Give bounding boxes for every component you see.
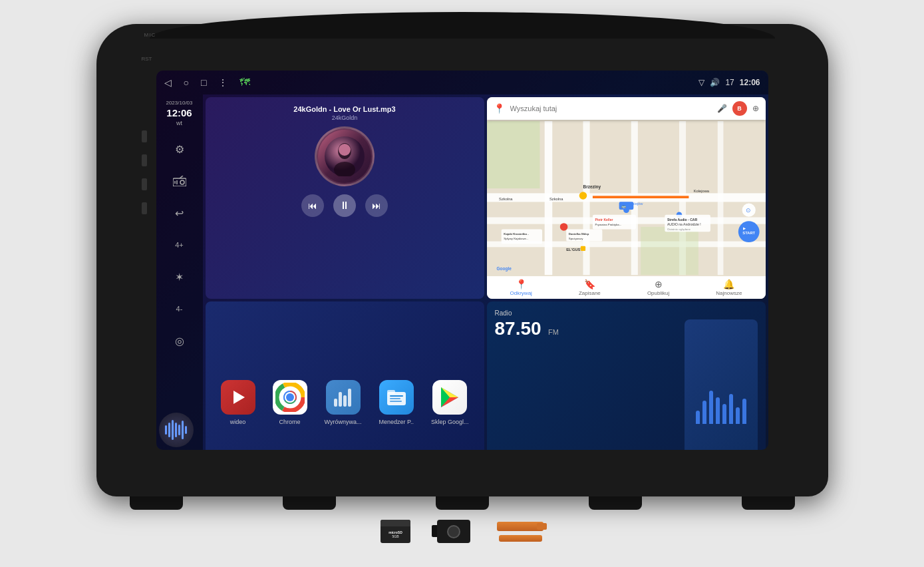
mic-label: MIC	[144, 32, 156, 38]
app-item-chrome[interactable]: Chrome	[273, 380, 307, 425]
svg-point-26	[559, 223, 567, 231]
map-search-bar: 📍 🎤 B ⊕	[487, 97, 766, 120]
svg-text:START: START	[742, 232, 755, 236]
map-nav-contribute[interactable]: ⊕ Opublikuj	[647, 279, 669, 296]
svg-rect-61	[339, 392, 342, 407]
map-mic-icon[interactable]: 🎤	[717, 104, 727, 113]
sdcard: microSD 5GB	[381, 520, 410, 543]
car-unit: ◁ ○ □ ⋮ 🗺 ▽ 🔊 17 12:06	[96, 24, 828, 543]
playstore-app-icon	[432, 380, 467, 415]
accessories: microSD 5GB	[381, 520, 543, 543]
more-button[interactable]: ⋮	[218, 77, 228, 88]
radio-info: 87.50 FM ⏪ ⏩	[495, 319, 678, 450]
camera-accessory	[437, 520, 470, 543]
volume-down-icon[interactable]: 4-	[168, 297, 192, 321]
svg-point-8	[339, 144, 351, 156]
map-nav-saved[interactable]: 🔖 Zapisane	[579, 279, 601, 296]
discover-icon: 📍	[516, 279, 527, 289]
nav-buttons: ◁ ○ □ ⋮ 🗺	[164, 77, 251, 89]
radio-panel: Radio 87.50 FM ⏪ ⏩	[487, 301, 766, 450]
status-bar: ◁ ○ □ ⋮ 🗺 ▽ 🔊 17 12:06	[156, 71, 768, 94]
svg-rect-39	[501, 230, 541, 244]
physical-buttons-left	[142, 130, 147, 214]
back-button[interactable]: ◁	[164, 77, 172, 88]
radio-icon[interactable]	[168, 169, 192, 193]
app-item-equalizer[interactable]: Wyrównywa...	[325, 380, 362, 425]
viz-bar-5	[722, 404, 726, 424]
sidebar-time: 12:06	[166, 107, 192, 118]
playstore-app-label: Sklep Googl...	[431, 419, 469, 425]
radio-band: FM	[548, 328, 559, 336]
album-art-inner	[318, 130, 371, 183]
sidebar: 2023/10/03 12:06 wt ⚙	[156, 94, 203, 450]
physical-button-4[interactable]	[142, 202, 147, 214]
saved-label: Zapisane	[579, 290, 601, 296]
svg-rect-62	[343, 395, 347, 407]
svg-rect-36	[592, 215, 635, 230]
prev-button[interactable]: ⏮	[301, 194, 324, 217]
map-user-avatar[interactable]: B	[732, 101, 747, 116]
app-item-playstore[interactable]: Sklep Googl...	[431, 380, 469, 425]
map-content[interactable]: Szkolna Szkolna Kolejowa Brzeziny Krasie…	[487, 120, 766, 276]
recents-button[interactable]: □	[201, 77, 206, 88]
sidebar-day: wt	[176, 120, 182, 126]
status-right: ▽ 🔊 17 12:06	[698, 78, 760, 87]
video-app-icon	[221, 380, 255, 415]
viz-bar-4	[716, 397, 720, 424]
map-nav-discover[interactable]: 📍 Odkrywaj	[510, 279, 532, 296]
viz-bar-2	[702, 401, 706, 424]
sidebar-date: 2023/10/03	[166, 100, 192, 106]
audio-widget[interactable]	[159, 413, 194, 447]
play-pause-button[interactable]: ⏸	[333, 194, 356, 217]
svg-rect-46	[580, 246, 585, 251]
back-arrow-icon[interactable]: ↩	[168, 201, 192, 225]
app-item-filemanager[interactable]: Menedzer P..	[379, 380, 414, 425]
viz-bar-3	[709, 391, 713, 424]
svg-rect-66	[390, 395, 403, 397]
viz-bar-1	[696, 411, 700, 424]
map-layers-icon[interactable]: ⊕	[752, 104, 759, 113]
video-app-label: wideo	[230, 419, 246, 425]
discover-label: Odkrywaj	[510, 290, 532, 296]
home-button[interactable]: ○	[184, 77, 189, 88]
apps-grid: wideo	[212, 380, 478, 425]
svg-text:Brzeziny: Brzeziny	[583, 184, 601, 190]
album-art	[315, 126, 375, 186]
radio-title: Radio	[495, 309, 758, 317]
maps-shortcut-button[interactable]: 🗺	[239, 77, 250, 89]
svg-rect-19	[487, 121, 539, 188]
location-icon[interactable]: ◎	[168, 329, 192, 353]
music-artist: 24kGoldn	[214, 114, 476, 121]
updates-label: Najnowsze	[716, 290, 742, 296]
svg-rect-17	[717, 121, 723, 275]
svg-text:Piotr Keller: Piotr Keller	[595, 218, 613, 222]
tool-accessory	[497, 522, 543, 542]
svg-text:Kajaki Krasieńka -: Kajaki Krasieńka -	[504, 232, 529, 236]
equalizer-app-icon	[326, 380, 361, 415]
music-controls: ⏮ ⏸ ⏭	[214, 194, 476, 217]
svg-text:Strefa Audio - CAR: Strefa Audio - CAR	[667, 218, 697, 222]
sdcard-label: 5GB	[392, 534, 398, 538]
volume-up-icon[interactable]: 4+	[168, 233, 192, 257]
car-body: ◁ ○ □ ⋮ 🗺 ▽ 🔊 17 12:06	[96, 24, 828, 496]
app-item-video[interactable]: wideo	[221, 380, 255, 425]
viz-bar-8	[742, 399, 746, 424]
saved-icon: 🔖	[584, 279, 595, 289]
camera-lens	[447, 525, 460, 538]
bluetooth-icon[interactable]: ✶	[168, 265, 192, 289]
filemanager-app-label: Menedzer P..	[379, 419, 414, 425]
physical-button-2[interactable]	[142, 154, 147, 166]
svg-text:Prywatna Praktyka...: Prywatna Praktyka...	[595, 224, 621, 227]
music-panel: 24kGoldn - Love Or Lust.mp3 24kGoldn	[206, 97, 484, 299]
physical-button-3[interactable]	[142, 178, 147, 190]
svg-text:Spływy Kajakowe...: Spływy Kajakowe...	[504, 238, 528, 241]
svg-rect-68	[390, 401, 402, 402]
physical-button-1[interactable]	[142, 130, 147, 142]
svg-text:Kolejowa: Kolejowa	[693, 189, 709, 193]
content-area: 2023/10/03 12:06 wt ⚙	[156, 94, 768, 450]
settings-icon[interactable]: ⚙	[168, 137, 192, 161]
map-search-input[interactable]	[510, 104, 712, 112]
map-nav-updates[interactable]: 🔔 Najnowsze	[716, 279, 742, 296]
next-button[interactable]: ⏭	[365, 194, 388, 217]
svg-marker-53	[233, 391, 245, 404]
